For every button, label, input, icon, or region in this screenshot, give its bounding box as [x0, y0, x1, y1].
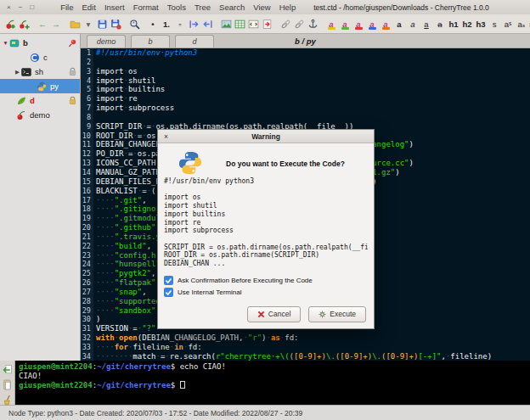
- terminal-copy-icon[interactable]: [2, 378, 13, 389]
- open-file-icon[interactable]: [69, 17, 82, 31]
- menu-file[interactable]: File: [56, 2, 77, 13]
- menu-tree[interactable]: Tree: [190, 2, 215, 13]
- numbered-list-icon[interactable]: 1.: [161, 17, 173, 31]
- tab-b[interactable]: b: [131, 35, 170, 48]
- tab-demo[interactable]: demo: [87, 35, 126, 48]
- checkbox-ask-confirmation[interactable]: Ask Confirmation Before Executing the Co…: [164, 275, 368, 287]
- h2-icon[interactable]: h2: [461, 17, 474, 31]
- color-foreground-green-icon[interactable]: a: [339, 17, 352, 31]
- code-text: ····"flatpak",: [93, 278, 161, 288]
- node-edit-icon[interactable]: [4, 17, 17, 31]
- tree-expander[interactable]: ▼: [2, 40, 9, 46]
- checkbox-internal-terminal[interactable]: Use Internal Terminal: [164, 287, 368, 299]
- execute-code-icon[interactable]: [261, 17, 273, 31]
- code-text: [93, 58, 96, 67]
- color-background-orange-icon[interactable]: a: [380, 17, 392, 31]
- todo-list-icon[interactable]: ▫: [174, 17, 187, 31]
- code-line[interactable]: 7import·subprocess: [81, 104, 530, 113]
- menu-help[interactable]: Help: [275, 2, 301, 13]
- line-number: 30: [81, 315, 93, 324]
- maximize-button[interactable]: □: [30, 3, 34, 11]
- code-line[interactable]: 4import·shutil: [81, 76, 530, 86]
- node-label: py: [50, 81, 59, 91]
- line-number: 5: [81, 85, 93, 94]
- go-back-icon[interactable]: ←: [37, 17, 49, 31]
- code-line[interactable]: 33····for·fileline·in·fd:: [81, 343, 530, 352]
- line-number: 21: [81, 232, 93, 242]
- find-icon[interactable]: [128, 17, 141, 31]
- subscript-icon[interactable]: aₛ: [516, 17, 528, 31]
- tab-d[interactable]: d: [175, 35, 214, 48]
- insert-node-link-icon[interactable]: [293, 17, 306, 31]
- code-line[interactable]: 5import·builtins: [81, 85, 530, 94]
- menu-search[interactable]: Search: [215, 2, 249, 13]
- close-button[interactable]: ×: [7, 3, 11, 11]
- dialog-header: Do you want to Execute the Code?: [164, 150, 368, 176]
- dialog-buttons: Cancel Execute: [164, 306, 368, 322]
- menu-tools[interactable]: Tools: [163, 2, 190, 13]
- code-line[interactable]: 3import·os: [81, 67, 530, 76]
- code-text: import·re: [93, 94, 138, 104]
- superscript-icon[interactable]: aˢ: [502, 17, 515, 31]
- indent-left-icon[interactable]: [201, 17, 214, 31]
- italic-icon[interactable]: a: [407, 17, 420, 31]
- color-foreground-blue-icon[interactable]: a: [366, 17, 379, 31]
- h1-icon[interactable]: h1: [448, 17, 460, 31]
- node-label: b: [23, 38, 28, 48]
- sidebar-item-demo[interactable]: demo: [0, 108, 80, 122]
- tree-expander[interactable]: ▶: [14, 69, 21, 76]
- dialog-close-icon[interactable]: ×: [164, 130, 168, 143]
- go-forward-icon[interactable]: →: [50, 17, 63, 31]
- cherry-icon: [16, 110, 27, 120]
- insert-link-icon[interactable]: [279, 17, 292, 31]
- line-number: 14: [81, 168, 93, 177]
- line-number: 11: [81, 140, 93, 149]
- insert-anchor-icon[interactable]: [307, 17, 319, 31]
- menu-view[interactable]: View: [249, 2, 274, 13]
- sidebar-item-sh[interactable]: ▶sh: [0, 64, 80, 79]
- save-as-icon[interactable]: [110, 17, 122, 31]
- sidebar-item-py[interactable]: py: [0, 79, 80, 93]
- sidebar-item-c[interactable]: c: [0, 50, 80, 64]
- code-text: ····"sandbox": [93, 306, 155, 316]
- node-label: sh: [35, 67, 43, 76]
- menubar: FileEditInsertFormatToolsTreeSearchViewH…: [56, 2, 300, 13]
- color-foreground-yellow-icon[interactable]: a: [325, 17, 338, 31]
- minimize-button[interactable]: −: [19, 3, 23, 11]
- sidebar-item-d[interactable]: d: [0, 93, 80, 108]
- line-number: 27: [81, 288, 93, 297]
- terminal-clear-icon[interactable]: [2, 394, 13, 405]
- cancel-button[interactable]: Cancel: [247, 306, 301, 322]
- small-text-icon[interactable]: s: [488, 17, 501, 31]
- bold-icon[interactable]: a: [393, 17, 406, 31]
- terminal-run-icon[interactable]: [2, 363, 13, 374]
- sidebar-item-b[interactable]: ▼b: [0, 36, 80, 50]
- menu-insert[interactable]: Insert: [100, 2, 129, 13]
- node-add-icon[interactable]: [18, 17, 31, 31]
- terminal-output[interactable]: giuspen@mint2204:~/git/cherrytree$ echo …: [15, 361, 530, 405]
- statusbar-text: Node Type: python3 - Date Created: 2020/…: [8, 409, 302, 417]
- color-foreground-red-icon[interactable]: a: [352, 17, 365, 31]
- tab-bar: demobdb / py: [81, 34, 530, 48]
- execute-button[interactable]: Execute: [308, 306, 366, 322]
- insert-image-icon[interactable]: [220, 17, 233, 31]
- code-line[interactable]: 32with·open(DEBIAN_CHANGELOG_PATH,·"r")·…: [81, 333, 530, 343]
- insert-table-icon[interactable]: [234, 17, 246, 31]
- menu-edit[interactable]: Edit: [78, 2, 100, 13]
- strikethrough-icon[interactable]: a: [434, 17, 447, 31]
- open-recent-dropdown-icon[interactable]: ▾: [82, 17, 95, 31]
- terminal-icon: [21, 67, 32, 77]
- insert-codebox-icon[interactable]: [247, 17, 260, 31]
- menu-format[interactable]: Format: [129, 2, 163, 13]
- bullet-list-icon[interactable]: •: [147, 17, 160, 31]
- code-line[interactable]: 2: [81, 58, 530, 67]
- code-line[interactable]: 8: [81, 113, 530, 122]
- h3-icon[interactable]: h3: [475, 17, 488, 31]
- code-line[interactable]: 34········match·=·re.search(r"cherrytree…: [81, 352, 530, 361]
- code-line[interactable]: 6import·re: [81, 94, 530, 104]
- indent-right-icon[interactable]: [188, 17, 200, 31]
- save-icon[interactable]: [96, 17, 109, 31]
- underline-icon[interactable]: a: [420, 17, 433, 31]
- code-line[interactable]: 1#!/usr/bin/env·python3: [81, 48, 530, 58]
- line-number: 23: [81, 251, 93, 260]
